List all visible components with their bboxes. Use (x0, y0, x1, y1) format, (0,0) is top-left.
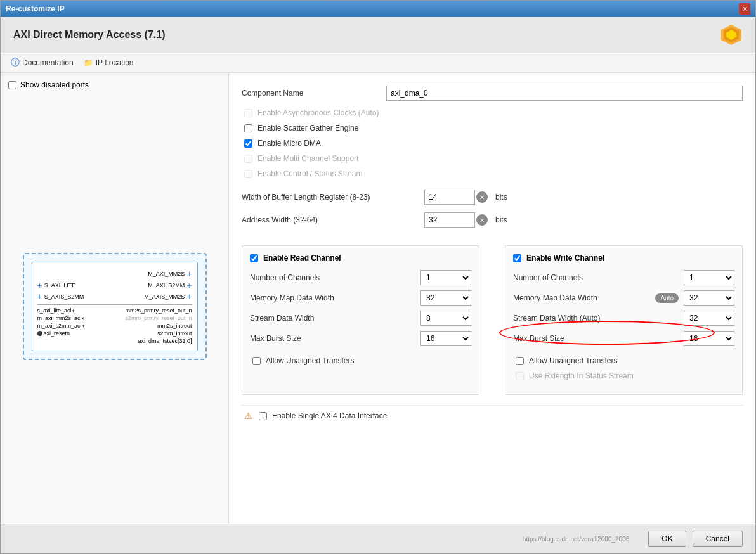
ok-button[interactable]: OK (648, 531, 686, 547)
channels-section: Enable Read Channel Number of Channels 1… (242, 245, 743, 395)
write-allow-unaligned-checkbox[interactable] (516, 357, 524, 365)
port-label-right: mm2s_prmry_reset_out_n (125, 307, 192, 314)
read-num-channels-row: Number of Channels 1248 (250, 270, 471, 285)
enable-write-channel-checkbox[interactable] (513, 254, 521, 262)
block-row-top: M_AXI_MM2S + (37, 269, 192, 279)
port-label: M_AXI_S2MM (148, 282, 185, 288)
port-plus-icon: + (186, 280, 192, 290)
async-clocks-checkbox[interactable] (244, 109, 252, 117)
micro-dma-row: Enable Micro DMA (242, 139, 743, 148)
main-window: Re-customize IP ✕ AXI Direct Memory Acce… (0, 0, 756, 554)
block-row-8: axi_dma_tstvec[31:0] (37, 338, 192, 344)
port-plus-icon: + (186, 292, 192, 302)
read-allow-unaligned-checkbox[interactable] (252, 357, 261, 365)
bottom-section: ⚠ Enable Single AXI4 Data Interface (242, 405, 743, 421)
scatter-gather-checkbox[interactable] (244, 124, 252, 132)
buffer-length-input[interactable] (424, 190, 475, 205)
ip-location-link[interactable]: 📁 IP Location (84, 58, 134, 67)
window-header: AXI Direct Memory Access (7.1) (1, 17, 755, 53)
port-s-axi-lite: + S_AXI_LITE (37, 280, 76, 290)
multi-channel-checkbox[interactable] (244, 155, 252, 163)
write-channel-column: Enable Write Channel Number of Channels … (505, 245, 743, 395)
write-max-burst-label: Max Burst Size (513, 334, 564, 343)
enable-read-channel-checkbox[interactable] (250, 254, 258, 262)
write-mem-map-label: Memory Map Data Width (513, 293, 597, 302)
port-plus-icon: + (37, 292, 42, 302)
read-stream-data-select[interactable]: 8163264 (420, 311, 471, 326)
read-num-channels-select[interactable]: 1248 (420, 270, 471, 285)
buffer-length-clear-button[interactable]: ✕ (476, 191, 488, 203)
component-name-label: Component Name (242, 89, 381, 98)
warning-icon: ⚠ (244, 411, 252, 421)
title-bar-text: Re-customize IP (6, 4, 65, 13)
port-m-axis-mm2s: M_AXIS_MM2S + (144, 292, 192, 302)
block-row-5: m_axi_mm2s_aclk s2mm_prmry_reset_out_n (37, 315, 192, 321)
buffer-length-input-group: ✕ (424, 190, 488, 205)
single-axi4-label: Enable Single AXI4 Data Interface (272, 411, 387, 420)
use-rxlength-checkbox[interactable] (516, 372, 524, 380)
write-channel-header: Enable Write Channel (513, 254, 734, 262)
multi-channel-label: Enable Multi Channel Support (257, 154, 358, 163)
buffer-length-row: Width of Buffer Length Register (8-23) ✕… (242, 190, 743, 205)
divider-1 (242, 184, 743, 190)
show-disabled-checkbox[interactable] (8, 81, 16, 89)
port-label-right: s2mm_introut (157, 330, 192, 337)
port-m-axi-s2mm: M_AXI_S2MM + (148, 280, 192, 290)
use-rxlength-row: Use Rxlength In Status Stream (513, 371, 734, 380)
async-clocks-label: Enable Asynchronous Clocks (Auto) (257, 108, 379, 117)
block-row-2: + S_AXI_LITE M_AXI_S2MM + (37, 280, 192, 290)
read-allow-unaligned-label: Allow Unaligned Transfers (266, 356, 354, 365)
write-num-channels-select[interactable]: 124 (684, 270, 734, 285)
write-stream-data-label: Stream Data Width (Auto) (513, 314, 600, 323)
write-max-burst-row: Max Burst Size 163264128 (513, 331, 734, 346)
write-mem-map-select[interactable]: 3264128 (684, 290, 734, 306)
right-panel: Component Name Enable Asynchronous Clock… (229, 73, 755, 524)
auto-badge: Auto (655, 293, 679, 303)
control-status-checkbox[interactable] (244, 170, 252, 178)
port-label-left: m_axi_s2mm_aclk (37, 323, 85, 329)
read-max-burst-select[interactable]: 163264128 (420, 331, 471, 346)
write-allow-unaligned-label: Allow Unaligned Transfers (529, 356, 617, 365)
documentation-link[interactable]: ⓘ Documentation (11, 57, 74, 68)
address-width-input[interactable] (424, 212, 475, 228)
write-num-channels-row: Number of Channels 124 (513, 270, 734, 285)
show-disabled-row: Show disabled ports (8, 81, 221, 89)
micro-dma-label: Enable Micro DMA (257, 139, 321, 148)
diagram-area: M_AXI_MM2S + + S_AXI_LITE M_AXI_S2MM (8, 97, 221, 516)
component-name-row: Component Name (242, 86, 743, 101)
block-row-7: axi_resetn s2mm_introut (37, 330, 192, 337)
read-channel-header: Enable Read Channel (250, 254, 471, 262)
cancel-button[interactable]: Cancel (693, 531, 743, 547)
divider-3 (250, 351, 471, 356)
block-inner: M_AXI_MM2S + + S_AXI_LITE M_AXI_S2MM (32, 262, 198, 351)
component-name-input[interactable] (386, 86, 743, 101)
control-status-row: Enable Control / Status Stream (242, 169, 743, 178)
read-stream-data-row: Stream Data Width 8163264 (250, 311, 471, 326)
read-stream-data-label: Stream Data Width (250, 314, 314, 323)
single-axi4-checkbox[interactable] (259, 412, 267, 420)
port-axi-resetn: axi_resetn (37, 330, 70, 337)
window-title: AXI Direct Memory Access (7.1) (13, 29, 166, 41)
content-area: Show disabled ports M_AXI_MM2S + (1, 73, 755, 524)
write-max-burst-select[interactable]: 163264128 (684, 331, 734, 346)
divider (37, 304, 192, 305)
address-width-bits: bits (495, 216, 507, 224)
port-label: S_AXIS_S2MM (44, 293, 84, 300)
write-allow-unaligned-row: Allow Unaligned Transfers (513, 356, 734, 365)
port-connector-icon: + (186, 269, 192, 279)
write-stream-data-select[interactable]: 3281664 (684, 311, 734, 326)
title-bar: Re-customize IP ✕ (1, 1, 755, 17)
documentation-label: Documentation (22, 58, 74, 67)
block-row-4: s_axi_lite_aclk mm2s_prmry_reset_out_n (37, 307, 192, 314)
use-rxlength-label: Use Rxlength In Status Stream (529, 371, 634, 380)
close-button[interactable]: ✕ (739, 3, 750, 15)
toolbar: ⓘ Documentation 📁 IP Location (1, 53, 755, 73)
address-width-label: Address Width (32-64) (242, 216, 419, 224)
buffer-length-label: Width of Buffer Length Register (8-23) (242, 193, 419, 202)
read-mem-map-select[interactable]: 3264128 (420, 290, 471, 306)
read-channel-column: Enable Read Channel Number of Channels 1… (242, 245, 479, 395)
block-row-6: m_axi_s2mm_aclk mm2s_introut (37, 323, 192, 329)
enable-write-channel-label: Enable Write Channel (526, 254, 604, 262)
micro-dma-checkbox[interactable] (244, 139, 252, 148)
address-width-clear-button[interactable]: ✕ (476, 214, 488, 226)
